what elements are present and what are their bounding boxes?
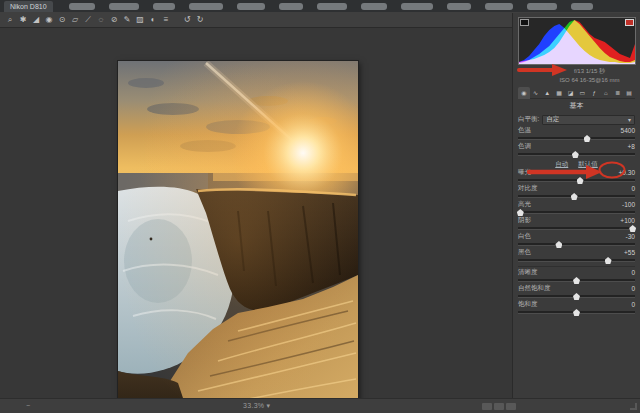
resize-grip[interactable]: [630, 403, 637, 410]
tab-effects[interactable]: ƒ: [588, 87, 600, 99]
adjustments-panel: f/13 1/15 秒 ISO 64 16-35@16 mm ◉∿▲▦◪▭ƒ⌂≣…: [512, 13, 640, 398]
rotate-left-icon[interactable]: ↺: [181, 14, 193, 26]
slider-row-色调: 色调+8: [518, 143, 635, 158]
tab-basic[interactable]: ◉: [518, 87, 530, 99]
slider-value[interactable]: +100: [611, 217, 635, 224]
slider-value[interactable]: -30: [611, 233, 635, 240]
slider-thumb[interactable]: [577, 177, 584, 184]
slider-value[interactable]: +55: [611, 249, 635, 256]
tab-camera-calibration[interactable]: ⌂: [600, 87, 612, 99]
adjustment-brush-tool-icon[interactable]: ✎: [121, 14, 133, 26]
rotate-right-icon[interactable]: ↻: [194, 14, 206, 26]
slider-thumb[interactable]: [571, 193, 578, 200]
exif-info: f/13 1/15 秒 ISO 64 16-35@16 mm: [518, 67, 635, 86]
red-eye-tool-icon[interactable]: ⊘: [108, 14, 120, 26]
tab-split-toning[interactable]: ◪: [565, 87, 577, 99]
titlebar-blob: [571, 3, 593, 10]
tab-detail[interactable]: ▲: [541, 87, 553, 99]
slider-value[interactable]: +8: [611, 143, 635, 150]
title-bar: Nikon D810: [0, 0, 640, 12]
titlebar-blob: [401, 3, 433, 10]
slider-value[interactable]: -100: [611, 201, 635, 208]
slider-value[interactable]: 5400: [611, 127, 635, 134]
titlebar-blob: [237, 3, 265, 10]
titlebar-blob: [109, 3, 139, 10]
slider-track[interactable]: [518, 208, 635, 216]
white-balance-row: 白平衡: 自定 ▾: [518, 114, 635, 125]
chevron-down-icon: ▾: [628, 116, 631, 123]
slider-thumb[interactable]: [517, 209, 524, 216]
exif-line1: f/13 1/15 秒: [544, 67, 635, 76]
slider-track[interactable]: [518, 176, 635, 184]
slider-track[interactable]: [518, 150, 635, 158]
slider-row-对比度: 对比度0: [518, 185, 635, 200]
tab-lens-corrections[interactable]: ▭: [577, 87, 589, 99]
highlight-clipping-indicator[interactable]: [625, 19, 634, 26]
slider-track[interactable]: [518, 308, 635, 316]
slider-value[interactable]: +0.30: [611, 169, 635, 176]
slider-track[interactable]: [518, 256, 635, 264]
slider-row-阴影: 阴影+100: [518, 217, 635, 232]
photo-preview[interactable]: [118, 61, 358, 413]
tab-hsl-grayscale[interactable]: ▦: [553, 87, 565, 99]
slider-value[interactable]: 0: [611, 301, 635, 308]
slider-row-曝光: 曝光+0.30: [518, 169, 635, 184]
radial-filter-tool-icon[interactable]: ◐: [147, 14, 159, 26]
slider-track[interactable]: [518, 192, 635, 200]
slider-track[interactable]: [518, 240, 635, 248]
slider-thumb[interactable]: [573, 293, 580, 300]
panel-tabs: ◉∿▲▦◪▭ƒ⌂≣▤: [518, 87, 635, 99]
default-link[interactable]: 默认值: [578, 160, 598, 169]
slider-thumb[interactable]: [629, 225, 636, 232]
slider-track[interactable]: [518, 224, 635, 232]
slider-value[interactable]: 0: [611, 285, 635, 292]
slider-thumb[interactable]: [573, 277, 580, 284]
straighten-tool-icon[interactable]: ⟋: [82, 14, 94, 26]
slider-thumb[interactable]: [584, 135, 591, 142]
shadow-clipping-indicator[interactable]: [520, 19, 529, 26]
spot-removal-tool-icon[interactable]: ◌: [95, 14, 107, 26]
auto-default-row: 自动 默认值: [518, 159, 635, 169]
camera-raw-dialog: Nikon D810 ⌕✱◢◉⊙▱⟋◌⊘✎▨◐≡↺↻: [0, 0, 640, 413]
tab-snapshots[interactable]: ▤: [623, 87, 635, 99]
zoom-level-select[interactable]: 33.3% ▾: [243, 402, 270, 410]
status-icon-1[interactable]: [482, 403, 492, 410]
color-sampler-tool-icon[interactable]: ◉: [43, 14, 55, 26]
slider-value[interactable]: 0: [611, 185, 635, 192]
titlebar-blob: [361, 3, 387, 10]
status-icon-3[interactable]: [506, 403, 516, 410]
slider-track[interactable]: [518, 134, 635, 142]
white-balance-value: 自定: [546, 115, 559, 124]
preferences-icon[interactable]: ≡: [160, 14, 172, 26]
slider-thumb[interactable]: [572, 151, 579, 158]
auto-link[interactable]: 自动: [555, 160, 568, 169]
hand-tool-icon[interactable]: ✱: [17, 14, 29, 26]
titlebar-blob: [69, 3, 95, 10]
white-balance-select[interactable]: 自定 ▾: [542, 115, 635, 125]
slider-row-自然饱和度: 自然饱和度0: [518, 285, 635, 300]
zoom-out-button[interactable]: −: [26, 402, 30, 409]
tab-presets[interactable]: ≣: [612, 87, 624, 99]
seascape-photo: [118, 61, 358, 413]
targeted-adjustment-tool-icon[interactable]: ⊙: [56, 14, 68, 26]
white-balance-tool-icon[interactable]: ◢: [30, 14, 42, 26]
exif-line2: ISO 64 16-35@16 mm: [544, 76, 635, 85]
titlebar-decor: [69, 3, 593, 10]
slider-thumb[interactable]: [573, 309, 580, 316]
titlebar-blob: [527, 3, 557, 10]
slider-row-高光: 高光-100: [518, 201, 635, 216]
slider-value[interactable]: 0: [611, 269, 635, 276]
slider-track[interactable]: [518, 292, 635, 300]
slider-thumb[interactable]: [605, 257, 612, 264]
graduated-filter-tool-icon[interactable]: ▨: [134, 14, 146, 26]
status-icon-2[interactable]: [494, 403, 504, 410]
preview-canvas: [0, 28, 512, 398]
crop-tool-icon[interactable]: ▱: [69, 14, 81, 26]
slider-thumb[interactable]: [555, 241, 562, 248]
zoom-tool-icon[interactable]: ⌕: [4, 14, 16, 26]
white-balance-label: 白平衡:: [518, 115, 539, 124]
slider-track[interactable]: [518, 276, 635, 284]
slider-row-白色: 白色-30: [518, 233, 635, 248]
tab-tone-curve[interactable]: ∿: [530, 87, 542, 99]
slider-row-饱和度: 饱和度0: [518, 301, 635, 316]
